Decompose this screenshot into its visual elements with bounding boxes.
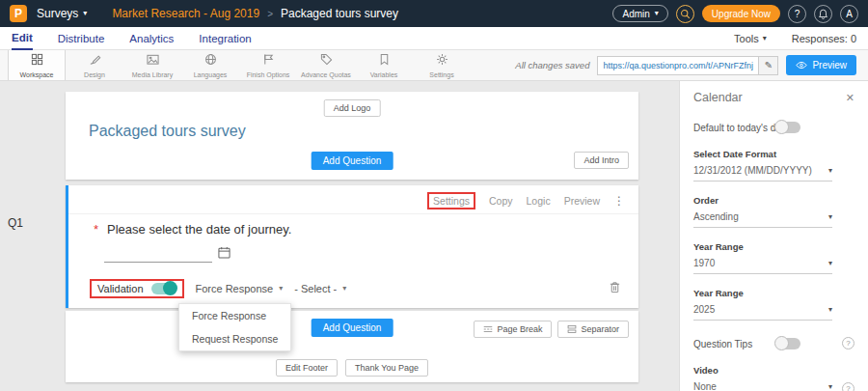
topbar: P Surveys ▾ Market Research - Aug 2019 >…: [0, 0, 868, 27]
add-logo-button[interactable]: Add Logo: [324, 99, 381, 117]
chevron-down-icon: ▾: [342, 285, 346, 293]
toolbar-item-finish-options[interactable]: Finish Options: [239, 50, 297, 80]
calendar-settings-panel: Calendar ✕ Default to today's date Selec…: [679, 81, 868, 391]
question-text[interactable]: Please select the date of journey.: [107, 222, 291, 237]
toolbar-item-media-library[interactable]: Media Library: [123, 50, 181, 80]
edit-footer-button[interactable]: Edit Footer: [276, 359, 338, 377]
surveys-menu[interactable]: Surveys ▾: [37, 7, 87, 20]
validation-option-select[interactable]: - Select - ▾: [294, 283, 346, 294]
panel-title: Calendar: [693, 91, 743, 104]
admin-menu[interactable]: Admin ▾: [612, 5, 667, 22]
close-icon[interactable]: ✕: [846, 92, 854, 104]
dropdown-option-force-response[interactable]: Force Response: [179, 304, 290, 327]
date-answer-row: [104, 245, 231, 263]
year-range-start-select[interactable]: 1970 ▾: [693, 258, 832, 274]
help-icon[interactable]: ?: [842, 337, 854, 349]
question-text-row: * Please select the date of journey.: [94, 222, 291, 237]
year-range-end-select[interactable]: 2025 ▾: [693, 304, 832, 321]
default-today-toggle[interactable]: [775, 122, 800, 133]
questionpro-logo[interactable]: P: [10, 5, 27, 22]
tab-distribute[interactable]: Distribute: [58, 27, 105, 50]
tools-label: Tools: [734, 33, 759, 44]
video-select[interactable]: None ▾: [693, 381, 832, 391]
add-question-button[interactable]: Add Question: [312, 152, 393, 170]
question-settings-link[interactable]: Settings: [433, 195, 470, 207]
toolbar-item-workspace[interactable]: Workspace: [8, 50, 66, 80]
question-number: Q1: [8, 216, 23, 230]
eye-icon: [796, 61, 807, 70]
video-label: Video: [693, 365, 854, 376]
force-response-select[interactable]: Force Response ▾: [196, 283, 284, 294]
default-today-row: Default to today's date: [693, 120, 854, 135]
date-format-select[interactable]: 12/31/2012 (MM/DD/YYYY) ▾: [693, 165, 832, 182]
tools-menu[interactable]: Tools ▾: [734, 33, 767, 44]
date-input[interactable]: [104, 246, 212, 263]
dropdown-option-request-response[interactable]: Request Response: [179, 327, 290, 350]
tab-edit[interactable]: Edit: [12, 27, 33, 50]
nav-right: Tools ▾ Responses: 0: [734, 33, 856, 44]
chevron-down-icon: ▾: [828, 260, 832, 267]
validation-toggle[interactable]: [151, 283, 176, 294]
survey-title[interactable]: Packaged tours survey: [89, 123, 246, 140]
question-tips-toggle[interactable]: [775, 338, 800, 349]
search-icon[interactable]: [676, 5, 694, 23]
year-range-start-value: 1970: [693, 258, 715, 268]
toolbar-item-advance-quotas[interactable]: Advance Quotas: [297, 50, 355, 80]
add-question-button-bottom[interactable]: Add Question: [312, 319, 393, 337]
footer-buttons: Edit Footer Thank You Page: [66, 359, 638, 377]
question-copy-link[interactable]: Copy: [489, 195, 513, 207]
separator-icon: [567, 324, 577, 334]
question-card: Settings Copy Logic Preview ⋮ * Please s…: [66, 185, 638, 308]
edit-url-pencil-icon[interactable]: ✎: [759, 56, 778, 75]
tag-icon: [320, 52, 333, 70]
avatar[interactable]: A: [840, 5, 858, 23]
divider: [68, 213, 638, 214]
toolbar-label: Media Library: [132, 71, 173, 78]
date-format-label: Select Date Format: [693, 149, 854, 159]
breadcrumb-folder[interactable]: Market Research - Aug 2019: [112, 7, 259, 20]
breadcrumb-current: Packaged tours survey: [281, 7, 398, 20]
chevron-down-icon: ▾: [763, 35, 767, 42]
main-nav: Edit Distribute Analytics Integration To…: [0, 27, 868, 50]
toolbar-label: Workspace: [20, 71, 54, 78]
order-label: Order: [693, 195, 854, 206]
tab-analytics[interactable]: Analytics: [129, 27, 174, 50]
preview-button[interactable]: Preview: [786, 55, 856, 75]
responses-count[interactable]: Responses: 0: [792, 33, 856, 44]
header-card-actions: Add Question Add Intro: [66, 152, 638, 172]
survey-url-input[interactable]: [597, 56, 759, 75]
toolbar-item-variables[interactable]: Variables: [355, 50, 413, 80]
toggle-knob: [163, 281, 177, 295]
thank-you-page-button[interactable]: Thank You Page: [345, 359, 428, 377]
year-range-start-label: Year Range: [693, 241, 854, 252]
help-icon[interactable]: ?: [842, 382, 854, 391]
date-format-value: 12/31/2012 (MM/DD/YYYY): [693, 165, 812, 176]
calendar-icon[interactable]: [218, 245, 231, 263]
year-range-end-value: 2025: [693, 304, 715, 315]
help-icon[interactable]: ?: [788, 5, 806, 23]
more-options-icon[interactable]: ⋮: [613, 194, 625, 208]
upgrade-now-button[interactable]: Upgrade Now: [702, 5, 780, 22]
survey-editor-canvas: Q1 Add Logo Packaged tours survey Add Qu…: [0, 81, 868, 391]
tab-integration[interactable]: Integration: [199, 27, 251, 50]
toolbar-label: Variables: [370, 71, 398, 78]
toolbar-label: Advance Quotas: [301, 71, 351, 78]
chevron-down-icon: ▾: [828, 383, 832, 391]
order-select[interactable]: Ascending ▾: [693, 211, 832, 228]
toggle-knob: [774, 336, 789, 350]
delete-question-icon[interactable]: [609, 280, 621, 297]
question-logic-link[interactable]: Logic: [527, 195, 551, 207]
year-range-end-label: Year Range: [693, 288, 854, 298]
page-break-button[interactable]: Page Break: [474, 321, 552, 338]
toolbar-item-settings[interactable]: Settings: [413, 50, 471, 80]
toolbar-item-languages[interactable]: Languages: [181, 50, 239, 80]
notifications-bell-icon[interactable]: [814, 5, 832, 23]
design-brush-icon: [89, 52, 101, 70]
question-preview-link[interactable]: Preview: [564, 195, 600, 207]
chevron-down-icon: ▾: [83, 10, 87, 17]
toolbar-label: Finish Options: [247, 71, 290, 78]
settings-highlight-annotation: Settings: [427, 192, 475, 209]
separator-button[interactable]: Separator: [557, 321, 629, 338]
add-intro-button[interactable]: Add Intro: [574, 152, 629, 169]
toolbar-item-design[interactable]: Design: [66, 50, 123, 80]
